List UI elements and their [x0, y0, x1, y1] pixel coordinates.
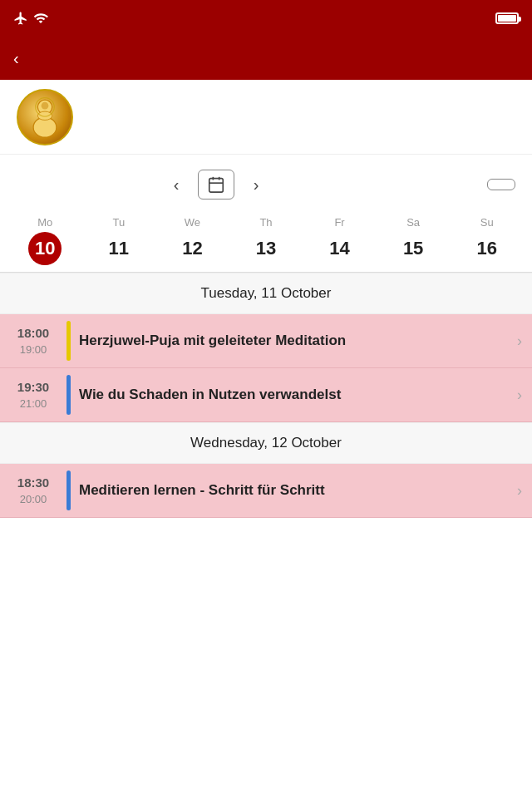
event-chevron-icon: ›	[517, 332, 522, 350]
buddha-icon	[23, 96, 66, 139]
month-row: ‹ ›	[17, 170, 515, 200]
prev-month-button[interactable]: ‹	[161, 170, 191, 200]
day-number: 13	[249, 232, 283, 265]
back-button[interactable]: ‹	[13, 49, 24, 68]
event-content: Meditieren lernen - Schritt für Schritt	[71, 464, 532, 517]
day-col[interactable]: Tu11	[82, 216, 156, 265]
day-col[interactable]: Mo10	[8, 216, 82, 265]
month-nav: ‹ ›	[161, 170, 271, 200]
day-col[interactable]: Th13	[229, 216, 303, 265]
event-chevron-icon: ›	[517, 387, 522, 404]
event-start-time: 18:00	[17, 326, 49, 340]
day-col[interactable]: Su16	[450, 216, 524, 265]
event-end-time: 19:00	[20, 343, 47, 356]
calendar-header: ‹ ›	[0, 155, 532, 209]
day-label: Tu	[113, 216, 126, 229]
day-number: 14	[323, 232, 357, 265]
status-right-icons	[495, 12, 519, 24]
event-title: Meditieren lernen - Schritt für Schritt	[79, 481, 522, 500]
event-time-col: 18:0019:00	[0, 314, 66, 367]
event-time-col: 19:3021:00	[0, 368, 66, 421]
events-container: Tuesday, 11 October18:0019:00Herzjuwel-P…	[0, 273, 532, 518]
svg-point-3	[37, 111, 52, 120]
event-end-time: 20:00	[20, 493, 47, 505]
event-card[interactable]: 19:3021:00Wie du Schaden in Nutzen verwa…	[0, 368, 532, 422]
logo-avatar	[17, 89, 73, 145]
event-chevron-icon: ›	[517, 482, 522, 500]
svg-rect-5	[209, 179, 224, 193]
day-label: Sa	[406, 216, 420, 229]
battery-icon	[495, 12, 519, 24]
day-number: 11	[102, 232, 135, 265]
day-label: Mo	[37, 216, 52, 229]
section-heading: Wednesday, 12 October	[0, 422, 532, 464]
event-start-time: 19:30	[17, 380, 49, 394]
day-col[interactable]: Fr14	[303, 216, 377, 265]
nav-bar: ‹	[0, 37, 532, 80]
status-bar	[0, 0, 532, 37]
day-number: 10	[28, 232, 62, 265]
status-left-icons	[13, 11, 48, 26]
event-title: Wie du Schaden in Nutzen verwandelst	[79, 386, 522, 405]
svg-point-2	[42, 101, 49, 109]
event-time-col: 18:3020:00	[0, 464, 66, 517]
day-label: Su	[480, 216, 494, 229]
calendar-icon	[207, 175, 225, 194]
event-card[interactable]: 18:0019:00Herzjuwel-Puja mit geleiteter …	[0, 314, 532, 368]
day-number: 15	[397, 232, 430, 265]
day-col[interactable]: We12	[155, 216, 229, 265]
back-chevron-icon: ‹	[13, 49, 19, 68]
day-label: Fr	[334, 216, 344, 229]
event-card[interactable]: 18:3020:00Meditieren lernen - Schritt fü…	[0, 464, 532, 518]
calendar-icon-button[interactable]	[198, 170, 234, 200]
week-row: Mo10Tu11We12Th13Fr14Sa15Su16	[0, 209, 532, 273]
airplane-icon	[13, 11, 28, 26]
wifi-icon	[33, 11, 48, 26]
logo-bar	[0, 80, 532, 155]
event-end-time: 21:00	[20, 397, 47, 410]
day-col[interactable]: Sa15	[377, 216, 451, 265]
day-label: Th	[259, 216, 272, 229]
filters-button[interactable]	[487, 179, 515, 190]
day-number: 16	[470, 232, 504, 265]
section-heading: Tuesday, 11 October	[0, 273, 532, 314]
day-label: We	[185, 216, 200, 229]
event-content: Herzjuwel-Puja mit geleiteter Meditation	[71, 314, 532, 367]
day-number: 12	[175, 232, 209, 265]
event-content: Wie du Schaden in Nutzen verwandelst	[71, 368, 532, 421]
event-start-time: 18:30	[17, 475, 49, 490]
event-title: Herzjuwel-Puja mit geleiteter Meditation	[79, 332, 522, 351]
next-month-button[interactable]: ›	[241, 170, 271, 200]
